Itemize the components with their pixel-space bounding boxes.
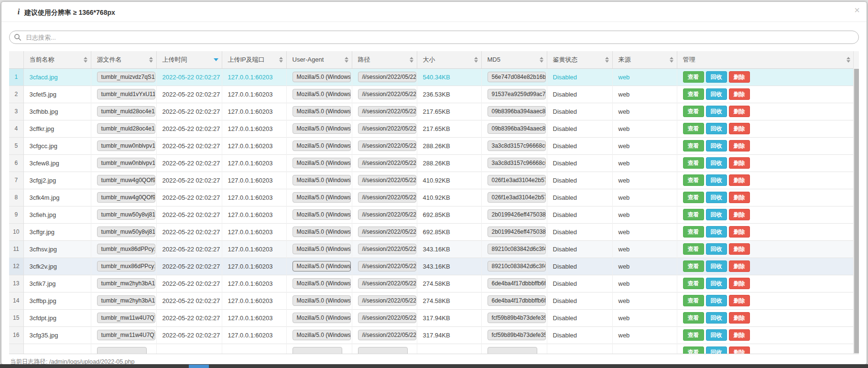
sort-icon[interactable] [670, 57, 673, 63]
view-button[interactable]: 查看 [683, 174, 704, 186]
user-agent-button[interactable]: Mozilla/5.0 (Windows N [293, 106, 351, 117]
delete-button[interactable]: 删除 [729, 71, 750, 83]
recycle-button[interactable]: 回收 [706, 192, 727, 204]
user-agent-button[interactable]: Mozilla/5.0 (Windows N [293, 313, 351, 323]
md5-button[interactable]: 026f1e3ad3104e2b57d [488, 175, 546, 185]
user-agent-button[interactable]: Mozilla/5.0 (Windows N [293, 141, 351, 151]
source-file-button[interactable]: tumblr_mw2hyh3bA11r [97, 278, 155, 289]
recycle-button[interactable]: 回收 [706, 140, 727, 152]
view-button[interactable]: 查看 [683, 329, 704, 341]
user-agent-button[interactable]: Mozilla/5.0 (Windows N [293, 244, 351, 254]
user-agent-button[interactable]: Mozilla/5.0 (Windows N [293, 175, 351, 185]
view-button[interactable]: 查看 [683, 260, 704, 272]
user-agent-button[interactable]: Mozilla/5.0 (Windows N [293, 227, 351, 237]
md5-button[interactable]: 026f1e3ad3104e2b57d [488, 192, 546, 203]
sort-icon[interactable] [410, 57, 413, 63]
delete-button[interactable]: 删除 [729, 295, 750, 307]
delete-button[interactable]: 删除 [729, 88, 750, 100]
delete-button[interactable]: 删除 [729, 278, 750, 290]
user-agent-button[interactable]: Mozilla/5.0 (Windows N [293, 123, 351, 134]
column-header-manage[interactable]: 管理 [677, 51, 854, 68]
user-agent-button[interactable]: Mozilla/5.0 (Windows N [293, 89, 351, 99]
delete-button[interactable]: 删除 [729, 157, 750, 169]
md5-button[interactable]: 2b0199426eff47503887 [488, 227, 546, 237]
path-button[interactable]: /i/session/2022/05/22/3 [358, 175, 416, 185]
view-button[interactable]: 查看 [683, 243, 704, 255]
sort-icon[interactable] [279, 57, 283, 63]
recycle-button[interactable]: 回收 [706, 243, 727, 255]
column-header-user_agent[interactable]: User-Agent [286, 51, 352, 68]
delete-button[interactable]: 删除 [729, 312, 750, 324]
md5-button[interactable]: 09b8396ba394aaec8aa [488, 106, 546, 117]
md5-button[interactable]: 91537ea9259d99ac7a1 [488, 89, 546, 99]
delete-button[interactable]: 删除 [729, 174, 750, 186]
source-file-button[interactable]: tumblr_muld28oc4e1r2 [97, 106, 155, 117]
recycle-button[interactable]: 回收 [706, 278, 727, 290]
user-agent-button[interactable]: Mozilla/5.0 (Windows N [293, 261, 351, 271]
sort-icon[interactable] [605, 57, 609, 63]
path-button[interactable]: /i/session/2022/05/22/3 [358, 192, 416, 203]
source-file-button[interactable]: tumblr_mw2hyh3bA11r [97, 295, 155, 306]
recycle-button[interactable]: 回收 [706, 295, 727, 307]
path-button[interactable]: /i/session/2022/05/22/3 [358, 278, 416, 289]
delete-button[interactable]: 删除 [729, 226, 750, 238]
source-file-button[interactable]: tumblr_muw0nblvpv1r2 [97, 141, 155, 151]
sort-icon[interactable] [84, 57, 87, 63]
recycle-button[interactable]: 回收 [706, 71, 727, 83]
source-file-button[interactable]: tumblr_mux86dPPcy1r [97, 244, 155, 254]
sort-icon[interactable] [540, 57, 543, 63]
path-button[interactable]: /i/session/2022/05/22/3 [358, 123, 416, 134]
user-agent-button[interactable]: Mozilla/5.0 (Windows N [293, 192, 351, 203]
delete-button[interactable]: 删除 [729, 140, 750, 152]
md5-button[interactable]: 89210c083842d6c3f44 [488, 261, 546, 271]
user-agent-button[interactable]: Mozilla/5.0 (Windows N [293, 278, 351, 289]
view-button[interactable]: 查看 [683, 123, 704, 135]
md5-button[interactable]: 3a3c8d3157c96668c01 [488, 158, 546, 168]
view-button[interactable]: 查看 [683, 346, 704, 354]
sort-icon[interactable] [474, 57, 478, 63]
recycle-button[interactable]: 回收 [706, 260, 727, 272]
md5-button[interactable]: fcf59b89b4b73defe354 [488, 330, 546, 340]
source-file-button[interactable] [97, 347, 147, 354]
sort-icon[interactable] [149, 57, 153, 63]
view-button[interactable]: 查看 [683, 71, 704, 83]
user-agent-button[interactable]: Mozilla/5.0 (Windows N [293, 295, 351, 306]
recycle-button[interactable]: 回收 [706, 226, 727, 238]
recycle-button[interactable]: 回收 [706, 174, 727, 186]
delete-button[interactable]: 删除 [729, 243, 750, 255]
user-agent-button[interactable] [293, 347, 342, 354]
view-button[interactable]: 查看 [683, 226, 704, 238]
recycle-button[interactable]: 回收 [706, 157, 727, 169]
search-input[interactable] [9, 31, 859, 44]
user-agent-button[interactable]: Mozilla/5.0 (Windows N [293, 209, 351, 220]
sort-icon[interactable] [345, 57, 348, 63]
source-file-button[interactable]: tumblr_mw11w4U7QY1 [97, 330, 155, 340]
view-button[interactable]: 查看 [683, 312, 704, 324]
source-file-button[interactable]: tumblr_muw0nblvpv1r2 [97, 158, 155, 168]
path-button[interactable]: /i/session/2022/05/22/3 [358, 209, 416, 220]
path-button[interactable] [358, 347, 408, 354]
path-button[interactable]: /i/session/2022/05/22/3 [358, 330, 416, 340]
delete-button[interactable]: 删除 [729, 123, 750, 135]
source-file-button[interactable]: tumblr_muw50y8vj81r2 [97, 227, 155, 237]
md5-button[interactable]: 56e747d084e82b16b67 [488, 72, 546, 82]
sort-desc-icon[interactable] [214, 58, 218, 61]
delete-button[interactable]: 删除 [729, 106, 750, 118]
path-button[interactable]: /i/session/2022/05/22/3 [358, 295, 416, 306]
md5-button[interactable]: 09b8396ba394aaec8aa [488, 123, 546, 134]
delete-button[interactable]: 删除 [729, 329, 750, 341]
delete-button[interactable]: 删除 [729, 260, 750, 272]
close-icon[interactable]: × [854, 5, 860, 15]
column-header-origin[interactable]: 来源 [612, 51, 677, 68]
user-agent-button[interactable]: Mozilla/5.0 (Windows N [293, 158, 351, 168]
md5-button[interactable]: 89210c083842d6c3f44 [488, 244, 546, 254]
recycle-button[interactable]: 回收 [706, 346, 727, 354]
column-header-time[interactable]: 上传时间 [156, 51, 222, 68]
md5-button[interactable]: fcf59b89b4b73defe354 [488, 313, 546, 323]
source-file-button[interactable]: tumblr_muw4g0QOf91r [97, 192, 155, 203]
view-button[interactable]: 查看 [683, 106, 704, 118]
recycle-button[interactable]: 回收 [706, 209, 727, 221]
path-button[interactable]: /i/session/2022/05/22/3 [358, 158, 416, 168]
path-button[interactable]: /i/session/2022/05/22/3 [358, 106, 416, 117]
source-file-button[interactable]: tumblr_muw50y8vj81r2 [97, 209, 155, 220]
